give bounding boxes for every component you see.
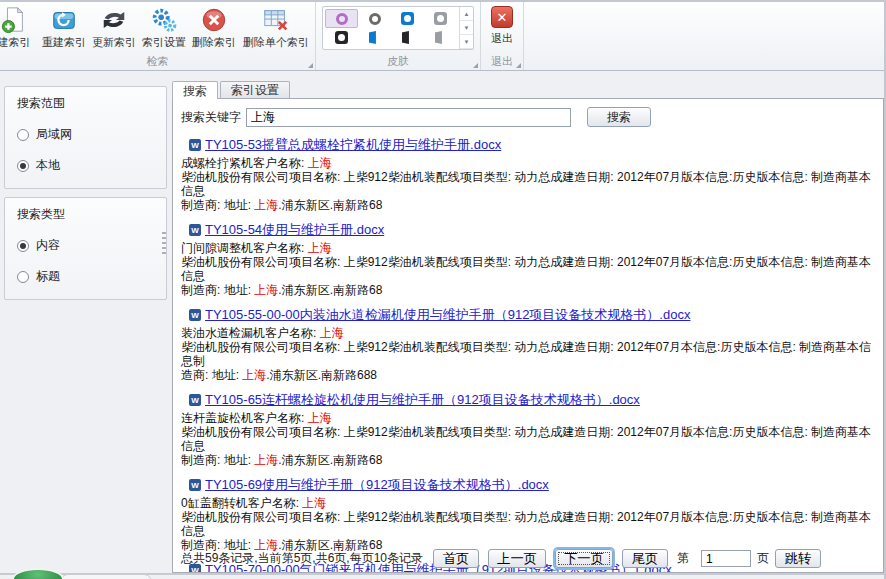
ribbon-button-rebuild-index[interactable]: 重建索引 <box>39 4 89 56</box>
result-link[interactable]: TY105-55-00-00内装油水道检漏机使用与维护手册（912项目设备技术规… <box>205 306 690 324</box>
word-file-icon <box>189 394 201 406</box>
radio-icon[interactable] <box>17 271 29 283</box>
result-snippet-line: 柴油机股份有限公司项目名称: 上柴912柴油机装配线项目类型: 动力总成建造日期… <box>181 170 877 198</box>
search-keyword-label: 搜索关键字 <box>181 109 241 126</box>
search-bar: 搜索关键字 搜索 <box>181 107 877 127</box>
group-dialog-launcher-icon[interactable] <box>516 63 521 68</box>
ribbon-button-update-index[interactable]: 更新索引 <box>89 4 139 56</box>
tab-索引设置[interactable]: 索引设置 <box>220 81 290 98</box>
snippet-text: 柴油机股份有限公司项目名称: 上柴912柴油机装配线项目类型: 动力总成建造日期… <box>181 510 871 538</box>
go-to-page-button[interactable]: 跳转 <box>775 549 821 568</box>
search-type-option-标题[interactable]: 标题 <box>17 268 154 285</box>
search-type-option-内容[interactable]: 内容 <box>17 237 154 254</box>
ribbon-button-label: 删除索引 <box>192 35 236 50</box>
taskbar-green-button-partial[interactable] <box>12 568 64 579</box>
ribbon-button-delete-index[interactable]: 删除索引 <box>189 4 239 56</box>
highlighted-keyword: 上海 <box>302 496 326 510</box>
snippet-text: 制造商: 地址: <box>181 283 254 297</box>
snippet-text: 制造商: 地址: <box>181 198 254 212</box>
ribbon-button-create-index[interactable]: 建索引 <box>0 4 39 56</box>
first-page-button[interactable]: 首页 <box>433 549 479 568</box>
radio-icon[interactable] <box>17 129 29 141</box>
search-type-group: 搜索类型 内容标题 <box>4 197 167 300</box>
ribbon-group-skin-label: 皮肤 <box>316 54 480 69</box>
gallery-dropdown-icon[interactable]: ▼ <box>460 35 473 49</box>
exit-button[interactable]: 退出 <box>491 6 513 46</box>
skin-circle-gray-icon <box>369 13 381 25</box>
skin-option-skin-badge-light[interactable] <box>424 9 457 28</box>
ribbon-button-label: 删除单个索引 <box>243 35 309 50</box>
skin-option-skin-badge-blue[interactable] <box>391 9 424 28</box>
result-snippet-line: 装油水道检漏机客户名称: 上海 <box>181 326 877 340</box>
skin-option-skin-fold-gray[interactable] <box>424 28 457 47</box>
drive-refresh-icon <box>50 6 78 34</box>
highlighted-keyword: 上海 <box>254 453 278 467</box>
scroll-down-icon[interactable]: ▼ <box>460 21 473 35</box>
highlighted-keyword: 上海 <box>308 241 332 255</box>
highlighted-keyword: 上海 <box>254 198 278 212</box>
scroll-up-icon[interactable]: ▲ <box>460 7 473 21</box>
ribbon-empty-area <box>524 2 886 70</box>
ribbon-button-label: 更新索引 <box>92 35 136 50</box>
word-file-icon <box>189 479 201 491</box>
search-keyword-input[interactable] <box>246 108 571 127</box>
result-title-row: TY105-65连杆螺栓旋松机使用与维护手册（912项目设备技术规格书）.doc… <box>189 391 877 409</box>
snippet-text: .浦东新区.南新路68 <box>278 198 382 212</box>
ribbon-toolbar: 建索引重建索引更新索引索引设置删除索引删除单个索引 检索 ▲ ▼ ▼ 皮肤 退出… <box>0 0 886 71</box>
skin-option-skin-fold-blue[interactable] <box>358 28 391 47</box>
page-number-input[interactable] <box>701 550 751 567</box>
splitter-grip[interactable] <box>162 232 166 254</box>
last-page-button[interactable]: 尾页 <box>622 549 668 568</box>
result-link[interactable]: TY105-54使用与维护手册.docx <box>205 221 384 239</box>
result-title-row: TY105-53摇臂总成螺栓拧紧机使用与维护手册.docx <box>189 136 877 154</box>
search-result-item: TY105-55-00-00内装油水道检漏机使用与维护手册（912项目设备技术规… <box>181 306 877 382</box>
taskbar-item-partial[interactable] <box>60 574 152 579</box>
result-title-row: TY105-55-00-00内装油水道检漏机使用与维护手册（912项目设备技术规… <box>189 306 877 324</box>
new-document-plus-icon <box>0 6 28 34</box>
tab-搜索[interactable]: 搜索 <box>172 81 218 99</box>
group-dialog-launcher-icon[interactable] <box>308 63 313 68</box>
highlighted-keyword: 上海 <box>242 368 266 382</box>
exit-button-label: 退出 <box>491 31 513 46</box>
radio-icon[interactable] <box>17 160 29 172</box>
search-type-title: 搜索类型 <box>17 206 154 223</box>
search-scope-group: 搜索范围 局域网本地 <box>4 86 167 189</box>
skin-badge-blue-icon <box>401 12 414 25</box>
snippet-text: 造商: 地址: <box>181 368 242 382</box>
ribbon-group-exit: 退出 退出 <box>481 2 524 70</box>
result-title-row: TY105-69使用与维护手册（912项目设备技术规格书）.docx <box>189 476 877 494</box>
next-page-button[interactable]: 下一页 <box>555 549 613 568</box>
group-dialog-launcher-icon[interactable] <box>473 63 478 68</box>
skin-option-skin-fold-black[interactable] <box>391 28 424 47</box>
radio-label: 标题 <box>36 268 60 285</box>
ribbon-button-label: 重建索引 <box>42 35 86 50</box>
skin-gallery: ▲ ▼ ▼ <box>322 6 474 50</box>
result-link[interactable]: TY105-65连杆螺栓旋松机使用与维护手册（912项目设备技术规格书）.doc… <box>205 391 640 409</box>
ribbon-button-label: 索引设置 <box>142 35 186 50</box>
search-scope-option-局域网[interactable]: 局域网 <box>17 126 154 143</box>
result-snippet-line: 0缸盖翻转机客户名称: 上海 <box>181 496 877 510</box>
skin-badge-black-icon <box>335 31 348 44</box>
snippet-text: 制造商: 地址: <box>181 453 254 467</box>
snippet-text: 连杆盖旋松机客户名称: <box>181 411 308 425</box>
result-link[interactable]: TY105-53摇臂总成螺栓拧紧机使用与维护手册.docx <box>205 136 501 154</box>
snippet-text: .浦东新区.南新路688 <box>266 368 377 382</box>
word-file-icon <box>189 139 201 151</box>
result-link[interactable]: TY105-69使用与维护手册（912项目设备技术规格书）.docx <box>205 476 549 494</box>
radio-label: 局域网 <box>36 126 72 143</box>
prev-page-button[interactable]: 上一页 <box>488 549 546 568</box>
skin-option-skin-circle-purple[interactable] <box>325 9 358 28</box>
search-scope-option-本地[interactable]: 本地 <box>17 157 154 174</box>
snippet-text: 门间隙调整机客户名称: <box>181 241 308 255</box>
search-button[interactable]: 搜索 <box>587 107 651 127</box>
skin-option-skin-badge-black[interactable] <box>325 28 358 47</box>
highlighted-keyword: 上海 <box>308 156 332 170</box>
ribbon-button-index-settings[interactable]: 索引设置 <box>139 4 189 56</box>
result-snippet-line: 柴油机股份有限公司项目名称: 上柴912柴油机装配线项目类型: 动力总成建造日期… <box>181 340 877 368</box>
radio-icon[interactable] <box>17 240 29 252</box>
ribbon-button-delete-single-index[interactable]: 删除单个索引 <box>239 4 313 56</box>
word-file-icon <box>189 309 201 321</box>
skin-option-skin-circle-gray[interactable] <box>358 9 391 28</box>
snippet-text: .浦东新区.南新路68 <box>278 453 382 467</box>
result-snippet-line: 柴油机股份有限公司项目名称: 上柴912柴油机装配线项目类型: 动力总成建造日期… <box>181 510 877 538</box>
